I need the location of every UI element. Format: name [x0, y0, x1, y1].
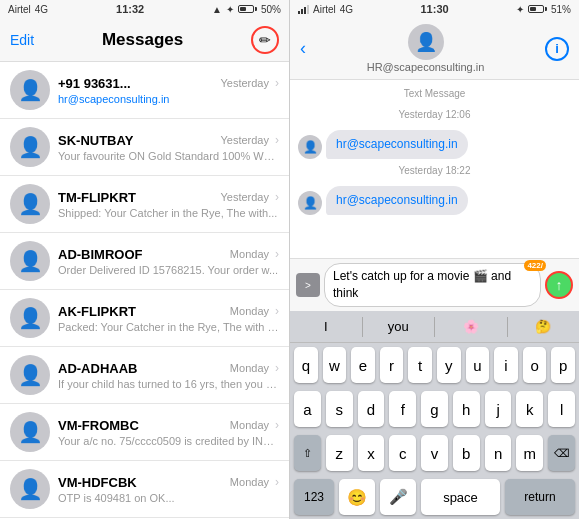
message-time: Yesterday › — [220, 133, 279, 147]
message-top: AK-FLIPKRT Monday › — [58, 304, 279, 319]
list-item[interactable]: 👤 +91 93631... Yesterday › hr@scapeconsu… — [0, 62, 289, 119]
chevron-icon: › — [275, 475, 279, 489]
chevron-icon: › — [275, 190, 279, 204]
key-s[interactable]: s — [326, 391, 353, 427]
message-avatar: 👤 — [298, 135, 322, 159]
bubble-link[interactable]: hr@scapeconsulting.in — [336, 137, 458, 151]
key-return[interactable]: return — [505, 479, 575, 515]
key-a[interactable]: a — [294, 391, 321, 427]
autocomplete-option-think[interactable]: 🤔 — [508, 319, 580, 334]
key-v[interactable]: v — [421, 435, 448, 471]
message-bubble-row: 👤 hr@scapeconsulting.in — [298, 186, 571, 215]
left-status-left: Airtel 4G — [8, 4, 48, 15]
key-shift[interactable]: ⇧ — [294, 435, 321, 471]
key-space[interactable]: space — [421, 479, 500, 515]
key-b[interactable]: b — [453, 435, 480, 471]
compose-icon: ✏ — [259, 32, 271, 48]
key-mic[interactable]: 🎤 — [380, 479, 416, 515]
key-t[interactable]: t — [408, 347, 432, 383]
list-item[interactable]: 👤 AD-BIMROOF Monday › Order Delivered ID… — [0, 233, 289, 290]
key-q[interactable]: q — [294, 347, 318, 383]
message-content: AK-FLIPKRT Monday › Packed: Your Catcher… — [58, 304, 279, 333]
key-123[interactable]: 123 — [294, 479, 334, 515]
key-n[interactable]: n — [485, 435, 512, 471]
key-f[interactable]: f — [389, 391, 416, 427]
message-top: VM-FROMBC Monday › — [58, 418, 279, 433]
message-time: Monday › — [230, 418, 279, 432]
avatar: 👤 — [10, 241, 50, 281]
key-g[interactable]: g — [421, 391, 448, 427]
key-u[interactable]: u — [466, 347, 490, 383]
key-y[interactable]: y — [437, 347, 461, 383]
right-time: 11:30 — [420, 3, 448, 15]
chat-meta-date2: Yesterday 18:22 — [298, 165, 571, 176]
send-button[interactable]: ↑ — [545, 271, 573, 299]
chat-header: ‹ 👤 HR@scapeconsulting.in i — [290, 18, 579, 80]
messages-list-panel: Airtel 4G 11:32 ▲ ✦ 50% Edit Messages ✏ … — [0, 0, 290, 519]
list-item[interactable]: 👤 SK-NUTBAY Yesterday › Your favourite O… — [0, 119, 289, 176]
keyboard-row-1: q w e r t y u i o p — [290, 343, 579, 387]
message-preview: If your child has turned to 16 yrs, then… — [58, 378, 279, 390]
battery-icon — [238, 5, 257, 13]
right-network: 4G — [340, 4, 353, 15]
autocomplete-option-you[interactable]: you — [363, 319, 435, 334]
keyboard: q w e r t y u i o p a s d f g h j k l — [290, 343, 579, 519]
info-button[interactable]: i — [545, 37, 569, 61]
autocomplete-option-flower[interactable]: 🌸 — [435, 319, 507, 334]
signal-bar-3 — [304, 7, 306, 14]
right-bluetooth-icon: ✦ — [516, 4, 524, 15]
key-backspace[interactable]: ⌫ — [548, 435, 575, 471]
sms-button[interactable]: > — [296, 273, 320, 297]
list-item[interactable]: 👤 TM-FLIPKRT Yesterday › Shipped: Your C… — [0, 176, 289, 233]
avatar: 👤 — [10, 412, 50, 452]
message-content: TM-FLIPKRT Yesterday › Shipped: Your Cat… — [58, 190, 279, 219]
chevron-icon: › — [275, 361, 279, 375]
chevron-icon: › — [275, 133, 279, 147]
avatar: 👤 — [10, 298, 50, 338]
key-w[interactable]: w — [323, 347, 347, 383]
key-p[interactable]: p — [551, 347, 575, 383]
chevron-icon: › — [275, 304, 279, 318]
avatar: 👤 — [10, 355, 50, 395]
message-top: SK-NUTBAY Yesterday › — [58, 133, 279, 148]
message-top: VM-HDFCBK Monday › — [58, 475, 279, 490]
message-input-field[interactable]: Let's catch up for a movie 🎬 and think 4… — [324, 263, 541, 307]
list-item[interactable]: 👤 AK-FLIPKRT Monday › Packed: Your Catch… — [0, 290, 289, 347]
key-c[interactable]: c — [389, 435, 416, 471]
bubble-link[interactable]: hr@scapeconsulting.in — [336, 193, 458, 207]
key-k[interactable]: k — [516, 391, 543, 427]
key-z[interactable]: z — [326, 435, 353, 471]
key-emoji[interactable]: 😊 — [339, 479, 375, 515]
key-d[interactable]: d — [358, 391, 385, 427]
message-time: Monday › — [230, 361, 279, 375]
chat-panel: Airtel 4G 11:30 ✦ 51% ‹ 👤 HR@scapeconsul… — [290, 0, 579, 519]
list-item[interactable]: 👤 AD-ADHAAB Monday › If your child has t… — [0, 347, 289, 404]
key-x[interactable]: x — [358, 435, 385, 471]
list-header: Edit Messages ✏ — [0, 18, 289, 62]
key-j[interactable]: j — [485, 391, 512, 427]
message-preview: Your a/c no. 75/cccc0509 is credited by … — [58, 435, 279, 447]
autocomplete-option-i[interactable]: I — [290, 319, 362, 334]
message-content: SK-NUTBAY Yesterday › Your favourite ON … — [58, 133, 279, 162]
key-l[interactable]: l — [548, 391, 575, 427]
message-bubble-row: 👤 hr@scapeconsulting.in — [298, 130, 571, 159]
message-sender: +91 93631... — [58, 76, 131, 91]
key-e[interactable]: e — [351, 347, 375, 383]
key-r[interactable]: r — [380, 347, 404, 383]
message-time: Yesterday › — [220, 190, 279, 204]
compose-button[interactable]: ✏ — [251, 26, 279, 54]
avatar: 👤 — [10, 184, 50, 224]
chat-input-area: > Let's catch up for a movie 🎬 and think… — [290, 258, 579, 519]
edit-button[interactable]: Edit — [10, 32, 34, 48]
list-item[interactable]: 👤 VM-FROMBC Monday › Your a/c no. 75/ccc… — [0, 404, 289, 461]
message-preview: hr@scapeconsulting.in — [58, 93, 279, 105]
key-o[interactable]: o — [523, 347, 547, 383]
wifi-icon: ▲ — [212, 4, 222, 15]
key-h[interactable]: h — [453, 391, 480, 427]
left-time: 11:32 — [116, 3, 144, 15]
signal-bar-1 — [298, 11, 300, 14]
list-item[interactable]: 👤 VM-HDFCBK Monday › OTP is 409481 on OK… — [0, 461, 289, 518]
key-m[interactable]: m — [516, 435, 543, 471]
key-i[interactable]: i — [494, 347, 518, 383]
battery-body — [238, 5, 254, 13]
